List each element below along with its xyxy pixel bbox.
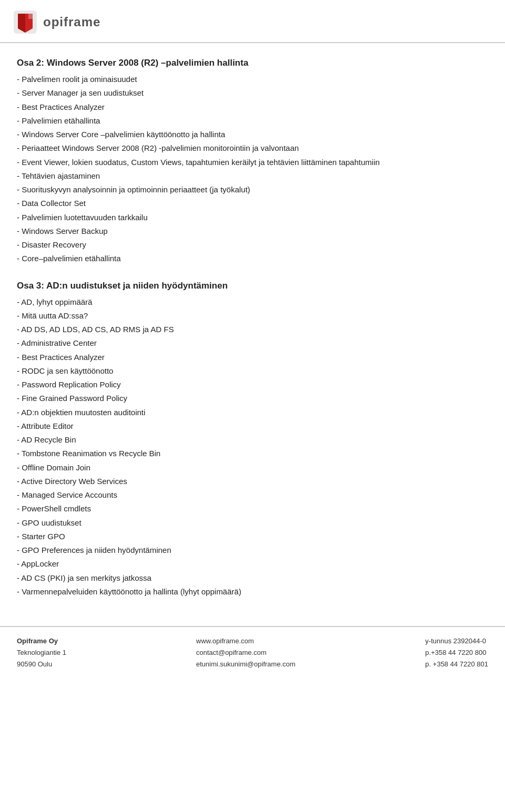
footer-address1: Teknologiantie 1 bbox=[17, 647, 66, 659]
list-item: Best Practices Analyzer bbox=[17, 351, 488, 364]
list-item: Best Practices Analyzer bbox=[17, 100, 488, 114]
list-item: Disaster Recovery bbox=[17, 238, 488, 252]
section1-list: Palvelimen roolit ja ominaisuudetServer … bbox=[17, 73, 488, 266]
opiframe-logo-icon bbox=[13, 9, 38, 35]
footer-ytunnus: y-tunnus 2392044-0 bbox=[425, 635, 488, 647]
list-item: Password Replication Policy bbox=[17, 378, 488, 392]
footer-address2: 90590 Oulu bbox=[17, 659, 66, 670]
list-item: AD:n objektien muutosten auditointi bbox=[17, 406, 488, 419]
list-item: AD CS (PKI) ja sen merkitys jatkossa bbox=[17, 571, 488, 585]
list-item: Tehtävien ajastaminen bbox=[17, 169, 488, 183]
logo-container: opiframe bbox=[13, 9, 100, 35]
list-item: Mitä uutta AD:ssa? bbox=[17, 309, 488, 323]
section2-list: AD, lyhyt oppimääräMitä uutta AD:ssa?AD … bbox=[17, 295, 488, 599]
list-item: Palvelimen roolit ja ominaisuudet bbox=[17, 73, 488, 86]
footer-phone1: p.+358 44 7220 800 bbox=[425, 647, 488, 659]
list-item: PowerShell cmdlets bbox=[17, 502, 488, 516]
list-item: Periaatteet Windows Server 2008 (R2) -pa… bbox=[17, 141, 488, 155]
footer-col2: www.opiframe.com contact@opiframe.com et… bbox=[196, 635, 296, 670]
footer-email2: etunimi.sukunimi@opiframe.com bbox=[196, 659, 296, 670]
footer-company: Opiframe Oy bbox=[17, 635, 66, 647]
list-item: AD DS, AD LDS, AD CS, AD RMS ja AD FS bbox=[17, 323, 488, 336]
list-item: Suorituskyvyn analysoinnin ja optimoinni… bbox=[17, 183, 488, 197]
logo-text: opiframe bbox=[43, 15, 100, 29]
page-header: opiframe bbox=[0, 0, 505, 43]
footer-col1: Opiframe Oy Teknologiantie 1 90590 Oulu bbox=[17, 635, 66, 670]
list-item: Varmennepalveluiden käyttöönotto ja hall… bbox=[17, 585, 488, 599]
list-item: GPO Preferences ja niiden hyödyntäminen bbox=[17, 543, 488, 557]
footer-website: www.opiframe.com bbox=[196, 635, 296, 647]
footer-phone2: p. +358 44 7220 801 bbox=[425, 659, 488, 670]
list-item: Administrative Center bbox=[17, 336, 488, 350]
list-item: AppLocker bbox=[17, 557, 488, 571]
list-item: Core–palvelimien etähallinta bbox=[17, 252, 488, 265]
list-item: Data Collector Set bbox=[17, 197, 488, 210]
list-item: Tombstone Reanimation vs Recycle Bin bbox=[17, 447, 488, 460]
list-item: Server Manager ja sen uudistukset bbox=[17, 86, 488, 100]
list-item: Managed Service Accounts bbox=[17, 488, 488, 502]
list-item: Starter GPO bbox=[17, 530, 488, 543]
main-content: Osa 2: Windows Server 2008 (R2) –palveli… bbox=[0, 43, 505, 609]
page-footer: Opiframe Oy Teknologiantie 1 90590 Oulu … bbox=[0, 626, 505, 679]
list-item: GPO uudistukset bbox=[17, 516, 488, 530]
list-item: Windows Server Backup bbox=[17, 224, 488, 238]
list-item: Palvelimien luotettavuuden tarkkailu bbox=[17, 211, 488, 224]
footer-col3: y-tunnus 2392044-0 p.+358 44 7220 800 p.… bbox=[425, 635, 488, 670]
list-item: Attribute Editor bbox=[17, 419, 488, 433]
section2-title: Osa 3: AD:n uudistukset ja niiden hyödyn… bbox=[17, 281, 488, 291]
list-item: Active Directory Web Services bbox=[17, 475, 488, 488]
list-item: RODC ja sen käyttöönotto bbox=[17, 364, 488, 378]
list-item: AD, lyhyt oppimäärä bbox=[17, 295, 488, 309]
section1: Osa 2: Windows Server 2008 (R2) –palveli… bbox=[17, 58, 488, 266]
list-item: AD Recycle Bin bbox=[17, 433, 488, 447]
footer-email1: contact@opiframe.com bbox=[196, 647, 296, 659]
section2: Osa 3: AD:n uudistukset ja niiden hyödyn… bbox=[17, 281, 488, 599]
section1-title: Osa 2: Windows Server 2008 (R2) –palveli… bbox=[17, 58, 488, 68]
list-item: Event Viewer, lokien suodatus, Custom Vi… bbox=[17, 156, 488, 169]
list-item: Windows Server Core –palvelimien käyttöö… bbox=[17, 128, 488, 141]
list-item: Palvelimien etähallinta bbox=[17, 114, 488, 128]
list-item: Fine Grained Password Policy bbox=[17, 392, 488, 405]
list-item: Offline Domain Join bbox=[17, 461, 488, 475]
